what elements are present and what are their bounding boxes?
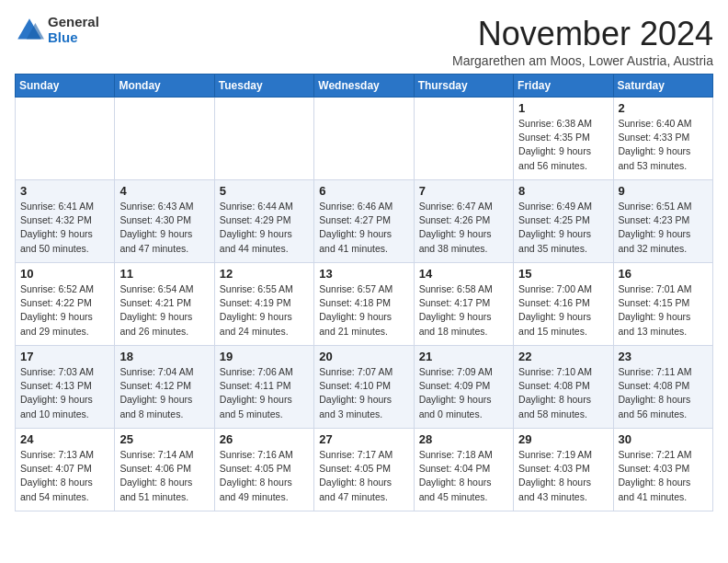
calendar-cell: 8Sunrise: 6:49 AM Sunset: 4:25 PM Daylig… (514, 180, 613, 263)
day-info: Sunrise: 6:41 AM Sunset: 4:32 PM Dayligh… (20, 200, 109, 256)
location: Margarethen am Moos, Lower Austria, Aust… (452, 53, 713, 68)
day-number: 19 (220, 350, 309, 363)
calendar-cell: 25Sunrise: 7:14 AM Sunset: 4:06 PM Dayli… (115, 429, 214, 511)
day-info: Sunrise: 6:52 AM Sunset: 4:22 PM Dayligh… (20, 282, 109, 339)
calendar-cell: 7Sunrise: 6:47 AM Sunset: 4:26 PM Daylig… (414, 180, 513, 263)
calendar-body: 1Sunrise: 6:38 AM Sunset: 4:35 PM Daylig… (16, 98, 713, 511)
month-title: November 2024 (452, 15, 713, 53)
day-info: Sunrise: 6:58 AM Sunset: 4:17 PM Dayligh… (419, 282, 508, 339)
logo-icon (15, 16, 44, 45)
day-number: 17 (20, 350, 109, 363)
calendar-cell: 10Sunrise: 6:52 AM Sunset: 4:22 PM Dayli… (16, 263, 115, 346)
day-number: 21 (419, 350, 508, 363)
day-info: Sunrise: 7:09 AM Sunset: 4:09 PM Dayligh… (419, 365, 508, 421)
weekday-header-thursday: Thursday (414, 75, 513, 98)
day-number: 30 (619, 432, 708, 446)
day-info: Sunrise: 7:03 AM Sunset: 4:13 PM Dayligh… (20, 365, 109, 421)
calendar-cell: 9Sunrise: 6:51 AM Sunset: 4:23 PM Daylig… (613, 180, 712, 263)
day-number: 27 (319, 432, 408, 446)
day-info: Sunrise: 6:49 AM Sunset: 4:25 PM Dayligh… (518, 200, 608, 256)
weekday-header-tuesday: Tuesday (214, 75, 313, 98)
day-info: Sunrise: 7:04 AM Sunset: 4:12 PM Dayligh… (119, 365, 209, 421)
day-number: 12 (220, 267, 309, 281)
calendar-cell (414, 98, 513, 180)
week-row: 17Sunrise: 7:03 AM Sunset: 4:13 PM Dayli… (16, 346, 713, 429)
weekday-row: SundayMondayTuesdayWednesdayThursdayFrid… (16, 75, 713, 98)
day-number: 20 (319, 350, 408, 363)
weekday-header-wednesday: Wednesday (314, 75, 414, 98)
calendar-cell: 4Sunrise: 6:43 AM Sunset: 4:30 PM Daylig… (115, 180, 214, 263)
weekday-header-friday: Friday (514, 75, 613, 98)
day-info: Sunrise: 7:14 AM Sunset: 4:06 PM Dayligh… (119, 448, 209, 504)
calendar-cell: 19Sunrise: 7:06 AM Sunset: 4:11 PM Dayli… (214, 346, 313, 429)
day-info: Sunrise: 7:16 AM Sunset: 4:05 PM Dayligh… (220, 448, 309, 504)
calendar-cell: 18Sunrise: 7:04 AM Sunset: 4:12 PM Dayli… (115, 346, 214, 429)
calendar-header: SundayMondayTuesdayWednesdayThursdayFrid… (16, 75, 713, 98)
logo-text: General Blue (48, 15, 99, 45)
calendar-table: SundayMondayTuesdayWednesdayThursdayFrid… (15, 74, 713, 511)
day-info: Sunrise: 6:46 AM Sunset: 4:27 PM Dayligh… (319, 200, 408, 256)
day-info: Sunrise: 6:54 AM Sunset: 4:21 PM Dayligh… (119, 282, 209, 339)
day-info: Sunrise: 6:40 AM Sunset: 4:33 PM Dayligh… (619, 117, 708, 173)
day-info: Sunrise: 6:47 AM Sunset: 4:26 PM Dayligh… (419, 200, 508, 256)
day-info: Sunrise: 6:51 AM Sunset: 4:23 PM Dayligh… (619, 200, 708, 256)
calendar-cell (314, 98, 414, 180)
calendar-cell: 23Sunrise: 7:11 AM Sunset: 4:08 PM Dayli… (613, 346, 712, 429)
day-info: Sunrise: 6:38 AM Sunset: 4:35 PM Dayligh… (518, 117, 608, 173)
day-info: Sunrise: 7:13 AM Sunset: 4:07 PM Dayligh… (20, 448, 109, 504)
calendar-cell: 30Sunrise: 7:21 AM Sunset: 4:03 PM Dayli… (613, 429, 712, 511)
calendar-cell: 24Sunrise: 7:13 AM Sunset: 4:07 PM Dayli… (16, 429, 115, 511)
day-number: 3 (20, 184, 109, 198)
logo-blue: Blue (48, 30, 99, 46)
page-header: General Blue November 2024 Margarethen a… (15, 15, 713, 68)
day-number: 22 (518, 350, 608, 363)
calendar-cell: 20Sunrise: 7:07 AM Sunset: 4:10 PM Dayli… (314, 346, 414, 429)
week-row: 3Sunrise: 6:41 AM Sunset: 4:32 PM Daylig… (16, 180, 713, 263)
day-number: 25 (119, 432, 209, 446)
day-info: Sunrise: 7:19 AM Sunset: 4:03 PM Dayligh… (518, 448, 608, 504)
weekday-header-sunday: Sunday (16, 75, 115, 98)
week-row: 24Sunrise: 7:13 AM Sunset: 4:07 PM Dayli… (16, 429, 713, 511)
day-info: Sunrise: 6:57 AM Sunset: 4:18 PM Dayligh… (319, 282, 408, 339)
day-number: 2 (619, 101, 708, 115)
day-info: Sunrise: 7:00 AM Sunset: 4:16 PM Dayligh… (518, 282, 608, 339)
calendar-cell: 26Sunrise: 7:16 AM Sunset: 4:05 PM Dayli… (214, 429, 313, 511)
weekday-header-saturday: Saturday (613, 75, 712, 98)
day-number: 26 (220, 432, 309, 446)
calendar-cell: 28Sunrise: 7:18 AM Sunset: 4:04 PM Dayli… (414, 429, 513, 511)
calendar-cell (16, 98, 115, 180)
day-number: 16 (619, 267, 708, 281)
calendar-cell: 5Sunrise: 6:44 AM Sunset: 4:29 PM Daylig… (214, 180, 313, 263)
day-info: Sunrise: 7:06 AM Sunset: 4:11 PM Dayligh… (220, 365, 309, 421)
day-number: 5 (220, 184, 309, 198)
calendar-cell: 3Sunrise: 6:41 AM Sunset: 4:32 PM Daylig… (16, 180, 115, 263)
day-number: 24 (20, 432, 109, 446)
calendar-cell: 22Sunrise: 7:10 AM Sunset: 4:08 PM Dayli… (514, 346, 613, 429)
day-number: 13 (319, 267, 408, 281)
day-info: Sunrise: 7:07 AM Sunset: 4:10 PM Dayligh… (319, 365, 408, 421)
calendar-cell: 1Sunrise: 6:38 AM Sunset: 4:35 PM Daylig… (514, 98, 613, 180)
day-number: 6 (319, 184, 408, 198)
day-info: Sunrise: 7:21 AM Sunset: 4:03 PM Dayligh… (619, 448, 708, 504)
day-number: 10 (20, 267, 109, 281)
calendar-cell (214, 98, 313, 180)
day-number: 23 (619, 350, 708, 363)
calendar-cell: 29Sunrise: 7:19 AM Sunset: 4:03 PM Dayli… (514, 429, 613, 511)
weekday-header-monday: Monday (115, 75, 214, 98)
day-number: 28 (419, 432, 508, 446)
calendar-cell: 17Sunrise: 7:03 AM Sunset: 4:13 PM Dayli… (16, 346, 115, 429)
day-number: 7 (419, 184, 508, 198)
day-number: 15 (518, 267, 608, 281)
calendar-cell: 21Sunrise: 7:09 AM Sunset: 4:09 PM Dayli… (414, 346, 513, 429)
day-number: 14 (419, 267, 508, 281)
calendar-cell: 14Sunrise: 6:58 AM Sunset: 4:17 PM Dayli… (414, 263, 513, 346)
day-info: Sunrise: 6:44 AM Sunset: 4:29 PM Dayligh… (220, 200, 309, 256)
logo-general: General (48, 15, 99, 30)
calendar-cell: 16Sunrise: 7:01 AM Sunset: 4:15 PM Dayli… (613, 263, 712, 346)
week-row: 1Sunrise: 6:38 AM Sunset: 4:35 PM Daylig… (16, 98, 713, 180)
calendar-cell: 12Sunrise: 6:55 AM Sunset: 4:19 PM Dayli… (214, 263, 313, 346)
day-number: 1 (518, 101, 608, 115)
day-info: Sunrise: 7:18 AM Sunset: 4:04 PM Dayligh… (419, 448, 508, 504)
calendar-cell: 15Sunrise: 7:00 AM Sunset: 4:16 PM Dayli… (514, 263, 613, 346)
day-info: Sunrise: 7:11 AM Sunset: 4:08 PM Dayligh… (619, 365, 708, 421)
